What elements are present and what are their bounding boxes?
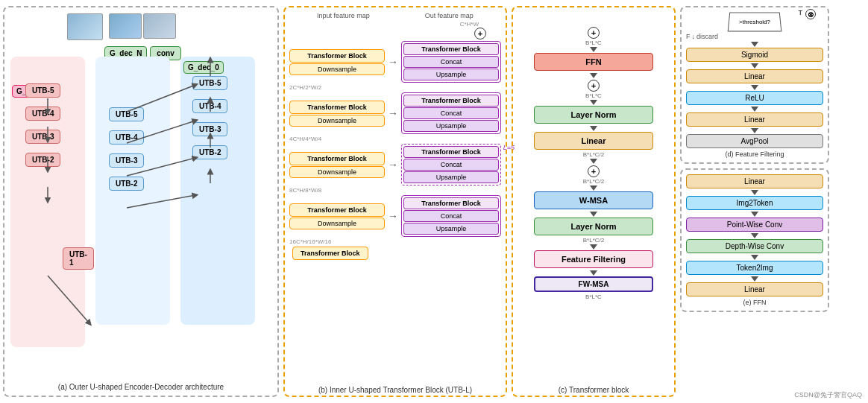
input-fm-label: Input feature map: [317, 12, 370, 19]
utb-col2-2: UTB-2: [109, 177, 144, 191]
concat-3: Concat: [403, 159, 499, 171]
relu-block: ReLU: [686, 91, 823, 105]
linear-e1: Linear: [686, 174, 823, 188]
img2token-block: Img2Token: [686, 196, 823, 210]
col2-utbs: UTB-5 UTB-4 UTB-3 UTB-2: [109, 107, 144, 191]
col3-utbs: UTB-5 UTB-4 UTB-3 UTB-2: [192, 76, 227, 159]
concat-2: Concat: [403, 107, 499, 119]
utb-col2-3: UTB-3: [109, 153, 144, 168]
utb-col1-5: UTB-5: [25, 83, 60, 98]
tb-right-2: Transformer Block: [403, 95, 499, 107]
up-2: Upsample: [403, 120, 499, 132]
utb-col3-2: UTB-2: [192, 145, 227, 159]
t-label: T: [799, 9, 803, 16]
up-4: Upsample: [403, 223, 499, 235]
row-2: Transformer Block Downsample → Transform…: [289, 92, 501, 134]
row-5: Transformer Block: [289, 247, 501, 260]
f-label: F: [686, 33, 691, 40]
dim-blc2-1: B*L*C/2: [583, 151, 604, 158]
pointwise-block: Point-Wise Conv: [686, 218, 823, 232]
linear-1: Linear: [534, 132, 653, 150]
section-de: ⊗ T >threshold? F ↓ discard Sigmoid Line…: [680, 6, 829, 397]
output-fm-label: Out feature map: [425, 12, 474, 19]
ds-4: Downsample: [289, 218, 385, 229]
plus-wmsa: +: [588, 165, 600, 177]
tb-right-1: Transformer Block: [403, 43, 499, 55]
tb-left-1: Transformer Block: [289, 49, 385, 63]
linear-e2: Linear: [686, 282, 823, 296]
dim-blc-1: B*L*C: [585, 92, 602, 99]
avgpool-block: AvgPool: [686, 134, 823, 148]
ds-3: Downsample: [289, 166, 385, 178]
tb-bottom: Transformer Block: [292, 247, 368, 260]
up-1: Upsample: [403, 69, 499, 80]
dim-chw: C*H*W: [289, 21, 479, 28]
row-4: Transformer Block Downsample → Transform…: [289, 195, 501, 237]
dim-3: 4C*H/4*W/4: [289, 136, 501, 142]
section-b-caption: (b) Inner U-shaped Transformer Block (UT…: [285, 386, 506, 394]
watermark: CSDN@兔子警官QAQ: [794, 390, 862, 400]
multiply-circle: ⊗: [805, 9, 816, 19]
dim-blc-bottom: B*L*C: [585, 293, 602, 300]
concat-1: Concat: [403, 56, 499, 68]
tb-right-3: Transformer Block: [403, 146, 499, 158]
utb-col3-4: UTB-4: [192, 99, 227, 113]
linear-d1: Linear: [686, 69, 823, 83]
dim-blc2-3: B*L*C/2: [583, 237, 604, 244]
concat-4: Concat: [403, 210, 499, 222]
layernorm-2: Layer Norm: [534, 218, 653, 235]
fwmsa-block: FW-MSA: [534, 276, 653, 292]
dim-blc2-2: B*L*C/2: [583, 178, 604, 185]
wmsa-block: W-MSA: [534, 191, 653, 209]
blue-mid-bg: [95, 57, 170, 325]
thumbnail-1: [67, 13, 103, 40]
plus-top-c: +: [588, 27, 600, 39]
section-a-caption: (a) Outer U-shaped Encoder-Decoder archi…: [7, 383, 274, 391]
section-c-caption: (c) Transformer block: [513, 386, 674, 394]
col1-utbs: UTB-5 UTB-4 UTB-3 UTB-2 UTB-1: [25, 83, 60, 167]
ffn-block: FFN: [534, 53, 653, 71]
depthwise-block: Depth-Wise Conv: [686, 239, 823, 253]
tb-right-4: Transformer Block: [403, 197, 499, 209]
ff-block: Feature Filtering: [534, 250, 653, 268]
section-d-caption: (d) Feature Filtering: [686, 150, 823, 158]
layernorm-1: Layer Norm: [534, 106, 653, 124]
dim-5: 16C*H/16*W/16: [289, 238, 501, 245]
row-3: Transformer Block Downsample → Transform…: [289, 144, 501, 185]
section-a: G_dec_N conv G_enc G_dec_0 UTB-5 UTB-4 U…: [3, 6, 279, 397]
section-c-content: + B*L*C FFN + B*L*C Layer Norm Linear B*…: [518, 12, 670, 376]
utb-col3-5: UTB-5: [192, 76, 227, 90]
thumbnail-row: [67, 13, 176, 40]
ds-1: Downsample: [289, 63, 385, 75]
section-b: Input feature map Out feature map C*H*W …: [283, 6, 507, 397]
utb-col1-4: UTB-4: [25, 107, 60, 121]
discard-label: discard: [696, 33, 718, 40]
thumbnail-2: [109, 13, 142, 39]
section-e: Linear Img2Token Point-Wise Conv Depth-W…: [680, 168, 829, 312]
plus-after-ffn: +: [588, 80, 600, 92]
sigmoid-block: Sigmoid: [686, 48, 823, 62]
row-1: Transformer Block Downsample → Transform…: [289, 41, 501, 83]
utb-col2-4: UTB-4: [109, 130, 144, 145]
up-3: Upsample: [403, 171, 499, 183]
gdec0-label: G_dec_0: [183, 61, 224, 74]
tb-left-4: Transformer Block: [289, 203, 385, 217]
main-container: G_dec_N conv G_enc G_dec_0 UTB-5 UTB-4 U…: [0, 0, 868, 403]
tb-left-2: Transformer Block: [289, 101, 385, 114]
dim-2: 2C*H/2*W/2: [289, 84, 501, 91]
ds-2: Downsample: [289, 115, 385, 127]
dim-blc-top: B*L*C: [585, 39, 602, 46]
tb-left-3: Transformer Block: [289, 152, 385, 165]
linear-d2: Linear: [686, 112, 823, 127]
section-c: + B*L*C FFN + B*L*C Layer Norm Linear B*…: [512, 6, 676, 397]
thumbnail-group: [109, 13, 176, 40]
plus-circle-top: +: [474, 28, 486, 39]
threshold-diamond: >threshold?: [728, 13, 782, 32]
section-d: ⊗ T >threshold? F ↓ discard Sigmoid Line…: [680, 6, 829, 164]
section-e-caption: (e) FFN: [686, 299, 823, 306]
utb-col2-5: UTB-5: [109, 107, 144, 121]
thumbnail-3: [143, 13, 176, 39]
dim-4: 8C*H/8*W/8: [289, 187, 501, 194]
utb-col3-3: UTB-3: [192, 122, 227, 136]
utb-col1-3: UTB-3: [25, 130, 60, 144]
